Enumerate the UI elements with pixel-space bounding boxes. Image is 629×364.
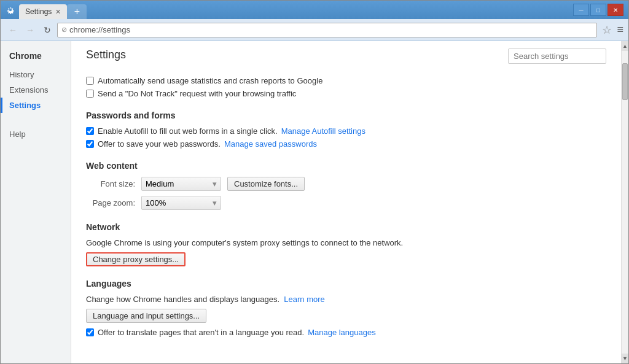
save-passwords-label: Offer to save your web passwords. xyxy=(98,139,221,149)
dnt-checkbox[interactable] xyxy=(86,90,94,98)
save-passwords-checkbox[interactable] xyxy=(86,140,94,148)
tab-label: Settings xyxy=(25,7,52,16)
window: Settings ✕ + ─ □ ✕ ← → ↻ ⊘ chrome://sett… xyxy=(0,0,629,364)
manage-saved-passwords-link[interactable]: Manage saved passwords xyxy=(224,139,317,149)
languages-title: Languages xyxy=(86,279,606,288)
font-size-select[interactable]: Medium ▾ xyxy=(141,177,221,191)
chrome-menu-button[interactable]: ≡ xyxy=(617,23,623,36)
web-content-section: Web content Font size: Medium ▾ Customiz… xyxy=(86,161,606,210)
dnt-label: Send a "Do Not Track" request with your … xyxy=(98,89,296,98)
languages-section: Languages Change how Chrome handles and … xyxy=(86,279,606,337)
font-size-arrow-icon: ▾ xyxy=(213,179,217,188)
stats-label: Automatically send usage statistics and … xyxy=(98,76,322,85)
page-zoom-value: 100% xyxy=(146,198,166,207)
browser-toolbar: ← → ↻ ⊘ chrome://settings ☆ ≡ xyxy=(1,19,628,41)
customize-fonts-button[interactable]: Customize fonts... xyxy=(227,177,305,191)
stats-checkbox-row: Automatically send usage statistics and … xyxy=(86,76,606,85)
close-button[interactable]: ✕ xyxy=(608,4,623,16)
settings-content: Settings Automatically send usage statis… xyxy=(71,41,621,363)
scroll-down-button[interactable]: ▼ xyxy=(622,354,628,363)
back-button[interactable]: ← xyxy=(6,23,20,37)
address-icon: ⊘ xyxy=(61,26,67,34)
sidebar-title: Chrome xyxy=(1,47,71,67)
translate-label: Offer to translate pages that aren't in … xyxy=(98,328,304,337)
reload-button[interactable]: ↻ xyxy=(40,23,55,37)
sidebar-divider xyxy=(1,113,71,122)
font-size-value: Medium xyxy=(146,179,174,188)
stats-checkbox[interactable] xyxy=(86,77,94,85)
settings-icon xyxy=(6,5,15,15)
translate-checkbox-row: Offer to translate pages that aren't in … xyxy=(86,328,606,337)
page-zoom-row: Page zoom: 100% ▾ xyxy=(86,196,606,210)
active-tab[interactable]: Settings ✕ xyxy=(19,4,67,19)
window-controls: ─ □ ✕ xyxy=(573,4,623,16)
tab-bar: Settings ✕ + xyxy=(19,1,569,19)
change-proxy-button[interactable]: Change proxy settings... xyxy=(86,252,186,266)
bookmark-star-button[interactable]: ☆ xyxy=(602,23,612,37)
sidebar-item-history[interactable]: History xyxy=(1,67,71,82)
font-size-row: Font size: Medium ▾ Customize fonts... xyxy=(86,177,606,191)
page-title: Settings xyxy=(86,48,126,61)
scroll-up-button[interactable]: ▲ xyxy=(622,41,628,51)
sidebar-item-extensions[interactable]: Extensions xyxy=(1,82,71,98)
web-content-title: Web content xyxy=(86,161,606,171)
languages-description: Change how Chrome handles and displays l… xyxy=(86,295,606,304)
passwords-section: Passwords and forms Enable Autofill to f… xyxy=(86,110,606,149)
dnt-checkbox-row: Send a "Do Not Track" request with your … xyxy=(86,89,606,98)
page-zoom-label: Page zoom: xyxy=(86,198,135,207)
page-zoom-arrow-icon: ▾ xyxy=(213,198,217,207)
minimize-button[interactable]: ─ xyxy=(573,4,589,16)
translate-checkbox[interactable] xyxy=(86,328,94,336)
network-title: Network xyxy=(86,222,606,232)
learn-more-link[interactable]: Learn more xyxy=(284,295,324,304)
content-header: Settings xyxy=(86,48,606,70)
autofill-checkbox-row: Enable Autofill to fill out web forms in… xyxy=(86,126,606,136)
page-zoom-select[interactable]: 100% ▾ xyxy=(141,196,221,210)
scroll-thumb[interactable] xyxy=(622,63,628,100)
tab-close-button[interactable]: ✕ xyxy=(55,8,61,16)
network-description: Google Chrome is using your computer's s… xyxy=(86,238,606,247)
manage-autofill-link[interactable]: Manage Autofill settings xyxy=(281,126,365,136)
font-size-label: Font size: xyxy=(86,179,135,188)
save-passwords-checkbox-row: Offer to save your web passwords. Manage… xyxy=(86,139,606,149)
scroll-track[interactable] xyxy=(622,51,628,354)
language-input-settings-button[interactable]: Language and input settings... xyxy=(86,309,206,323)
scrollbar[interactable]: ▲ ▼ xyxy=(621,41,628,363)
language-settings-row: Language and input settings... xyxy=(86,309,606,323)
titlebar: Settings ✕ + ─ □ ✕ xyxy=(1,1,628,19)
forward-button[interactable]: → xyxy=(23,23,37,37)
address-text: chrome://settings xyxy=(69,25,130,34)
manage-languages-link[interactable]: Manage languages xyxy=(308,328,376,337)
address-bar[interactable]: ⊘ chrome://settings xyxy=(57,23,597,37)
search-settings-input[interactable] xyxy=(508,48,606,64)
network-section: Network Google Chrome is using your comp… xyxy=(86,222,606,266)
autofill-checkbox[interactable] xyxy=(86,127,94,135)
autofill-label: Enable Autofill to fill out web forms in… xyxy=(98,126,278,136)
passwords-section-title: Passwords and forms xyxy=(86,110,606,120)
new-tab-button[interactable]: + xyxy=(67,4,87,19)
sidebar-item-help[interactable]: Help xyxy=(1,126,71,142)
maximize-button[interactable]: □ xyxy=(590,4,606,16)
sidebar: Chrome History Extensions Settings Help xyxy=(1,41,71,363)
main-layout: Chrome History Extensions Settings Help … xyxy=(1,41,628,363)
sidebar-item-settings[interactable]: Settings xyxy=(1,98,71,113)
top-checkboxes-section: Automatically send usage statistics and … xyxy=(86,76,606,98)
